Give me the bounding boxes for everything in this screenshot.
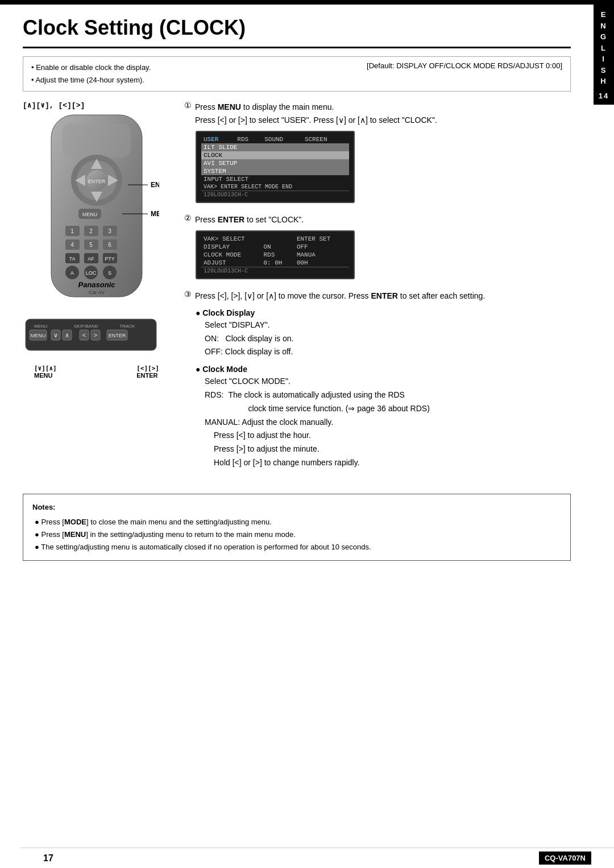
- screen-row-selected: CLOCK: [201, 151, 349, 159]
- clock-display-off: OFF: Clock display is off.: [205, 345, 571, 359]
- notes-item-2: Press [MENU] in the setting/adjusting me…: [35, 528, 561, 541]
- svg-text:TRACK: TRACK: [119, 324, 135, 329]
- svg-text:S: S: [108, 270, 111, 276]
- bottom-menu-label: [∨][∧] MENU: [34, 365, 57, 379]
- step-2-header: ② Press ENTER to set "CLOCK".: [184, 213, 571, 226]
- screen-row: SYSTEM: [201, 167, 349, 175]
- notes-item-1: Press [MODE] to close the main menu and …: [35, 516, 561, 528]
- svg-text:AF: AF: [88, 256, 94, 262]
- clock-display-on: ON: Clock display is on.: [205, 332, 571, 346]
- remote-svg: ENTER MENU 1 2 3 4 5 6: [34, 112, 159, 305]
- step-1-text: Press MENU to display the main menu. Pre…: [195, 101, 437, 126]
- manual-rapid: Hold [<] or [>] to change numbers rapidl…: [214, 456, 571, 470]
- screen-row: DISPLAY ON OFF: [201, 243, 349, 251]
- info-box: • Enable or disable clock the display. •…: [23, 56, 571, 92]
- screen-row: INPUT SELECT: [201, 175, 349, 183]
- page-number: 17: [43, 853, 53, 863]
- svg-text:SKIP/BAND: SKIP/BAND: [74, 324, 98, 329]
- bottom-enter-label: [<][>] ENTER: [136, 365, 159, 379]
- svg-text:4: 4: [70, 242, 74, 248]
- sidebar-letters: E N G L I S H: [600, 9, 607, 87]
- screen-row: VAK> ENTER SELECT MODE END: [201, 183, 349, 191]
- model-badge: CQ-VA707N: [539, 852, 591, 865]
- svg-text:>: >: [94, 332, 97, 338]
- step-3-header: ③ Press [<], [>], [∨] or [∧] to move the…: [184, 290, 571, 302]
- manual-minute: Press [>] to adjust the minute.: [214, 443, 571, 456]
- svg-text:A: A: [70, 270, 74, 276]
- clock-mode-select: Select "CLOCK MODE".: [205, 375, 571, 388]
- right-sidebar: E N G L I S H 14: [594, 5, 614, 105]
- main-content: Clock Setting (CLOCK) • Enable or disabl…: [0, 5, 594, 584]
- svg-text:LOC: LOC: [86, 270, 97, 276]
- info-line-1: • Enable or disable clock the display.: [31, 61, 151, 74]
- screen-row: AVI SETUP: [201, 159, 349, 167]
- screen-row-header: VAK> SELECT ENTER SET: [201, 235, 349, 243]
- svg-text:2: 2: [89, 228, 93, 234]
- step-3: ③ Press [<], [>], [∨] or [∧] to move the…: [184, 290, 571, 469]
- screen-1-table: USER RDSSOUNDSCREEN ILT SLIDE CLOCK AVI …: [201, 135, 349, 199]
- svg-text:MENU: MENU: [151, 210, 159, 218]
- notes-item-3: The setting/adjusting menu is automatica…: [35, 541, 561, 553]
- step-1-header: ① Press MENU to display the main menu. P…: [184, 101, 571, 126]
- svg-text:ENTER: ENTER: [109, 333, 126, 338]
- svg-text:TA: TA: [69, 256, 76, 262]
- svg-rect-1: [63, 123, 131, 158]
- bottom-remote-labels: [∨][∧] MENU [<][>] ENTER: [34, 365, 159, 379]
- screen-row: ILT SLIDE: [201, 143, 349, 151]
- page-title: Clock Setting (CLOCK): [23, 5, 571, 48]
- notes-box: Notes: Press [MODE] to close the main me…: [23, 494, 571, 561]
- left-column: [∧][∨], [<][>]: [23, 101, 171, 480]
- bottom-menu-text: MENU: [34, 372, 57, 379]
- svg-text:Panasonic: Panasonic: [78, 280, 115, 289]
- screen-2-table: VAK> SELECT ENTER SET DISPLAY ON OFF CLO…: [201, 235, 349, 275]
- rds-line: RDS: The clock is automatically adjusted…: [205, 388, 571, 416]
- svg-text:PTY: PTY: [105, 256, 115, 262]
- svg-text:3: 3: [108, 228, 111, 234]
- right-column: ① Press MENU to display the main menu. P…: [184, 101, 571, 480]
- step-3-num: ③: [184, 290, 192, 299]
- svg-text:Car AV: Car AV: [89, 290, 105, 295]
- sidebar-number: 14: [599, 92, 609, 100]
- screen-1: USER RDSSOUNDSCREEN ILT SLIDE CLOCK AVI …: [196, 131, 355, 203]
- screen-row: USER RDSSOUNDSCREEN: [201, 135, 349, 143]
- clock-display-select: Select "DISPLAY".: [205, 319, 571, 332]
- bottom-enter-text: ENTER: [136, 372, 159, 379]
- top-remote-label: [∧][∨], [<][>]: [23, 101, 171, 110]
- info-box-left: • Enable or disable clock the display. •…: [31, 61, 151, 86]
- clock-mode-title: Clock Mode: [196, 365, 571, 374]
- top-bar: [0, 0, 614, 5]
- bottom-remote-svg: MENU SKIP/BAND TRACK MENU ∨ ∧ < > ENTE: [23, 316, 159, 362]
- svg-text:<: <: [82, 332, 86, 338]
- svg-text:MENU: MENU: [31, 333, 46, 338]
- svg-text:1: 1: [70, 228, 74, 234]
- bottom-arrow-label: [<][>]: [136, 365, 159, 372]
- info-box-right: [Default: DISPLAY OFF/CLOCK MODE RDS/ADJ…: [355, 61, 562, 70]
- info-line-2: • Adjust the time (24-hour system).: [31, 74, 151, 86]
- step-1: ① Press MENU to display the main menu. P…: [184, 101, 571, 203]
- screen-row-bottom: 120LOUD13CH-C: [201, 267, 349, 275]
- svg-text:MENU: MENU: [82, 212, 98, 217]
- bottom-bar: 17 CQ-VA707N: [20, 848, 614, 868]
- screen-row: CLOCK MODE RDS MANUA: [201, 251, 349, 259]
- bottom-remote-area: MENU SKIP/BAND TRACK MENU ∨ ∧ < > ENTE: [23, 316, 171, 379]
- manual-hour: Press [<] to adjust the hour.: [214, 429, 571, 443]
- step-2-text: Press ENTER to set "CLOCK".: [195, 213, 304, 226]
- svg-text:6: 6: [108, 242, 111, 248]
- svg-text:∨: ∨: [53, 332, 58, 338]
- svg-text:∧: ∧: [65, 332, 69, 338]
- bottom-nav-label: [∨][∧]: [34, 365, 57, 372]
- svg-text:ENTER: ENTER: [151, 181, 159, 189]
- bullet-section: Clock Display Select "DISPLAY". ON: Cloc…: [196, 308, 571, 470]
- step-3-text: Press [<], [>], [∨] or [∧] to move the c…: [195, 290, 485, 302]
- screen-row: ADJUST 0: 0H 00H: [201, 259, 349, 267]
- screen-row-bottom: 120LOUD13CH-C: [201, 191, 349, 199]
- step-2-num: ②: [184, 213, 192, 222]
- clock-display-title: Clock Display: [196, 308, 571, 317]
- remote-image: ENTER MENU 1 2 3 4 5 6: [34, 112, 159, 307]
- svg-text:ENTER: ENTER: [88, 179, 106, 184]
- two-col-layout: [∧][∨], [<][>]: [23, 101, 571, 480]
- step-2: ② Press ENTER to set "CLOCK". VAK> SELEC…: [184, 213, 571, 279]
- svg-text:MENU: MENU: [34, 324, 48, 329]
- manual-line: MANUAL: Adjust the clock manually.: [205, 416, 571, 429]
- notes-title: Notes:: [32, 501, 561, 514]
